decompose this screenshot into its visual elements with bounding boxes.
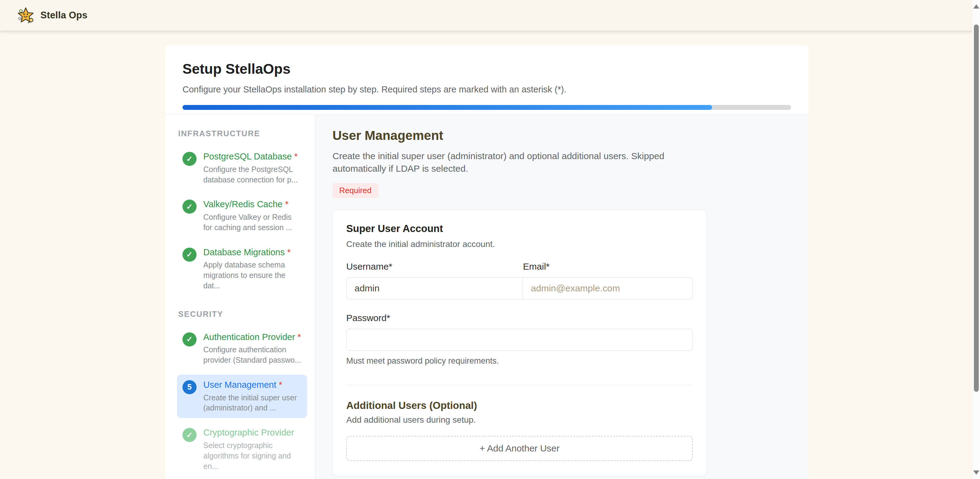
- sidebar-item-cryptographic-provider[interactable]: ✓Cryptographic ProviderSelect cryptograp…: [177, 422, 307, 476]
- setup-steps-sidebar: INFRASTRUCTURE✓PostgreSQL Database*Confi…: [165, 115, 315, 479]
- step-number-badge: 5: [183, 380, 197, 394]
- sidebar-item-authentication-provider[interactable]: ✓Authentication Provider*Configure authe…: [177, 327, 307, 370]
- super-user-subtitle: Create the initial administrator account…: [346, 239, 693, 249]
- sidebar-item-title: Authentication Provider*: [203, 332, 302, 342]
- scrollbar-up-arrow-icon[interactable]: [973, 4, 979, 9]
- step-description: Create the initial super user (administr…: [332, 150, 674, 175]
- sidebar-section-title: INFRASTRUCTURE: [178, 129, 307, 138]
- page-scrollbar[interactable]: [972, 0, 980, 479]
- scrollbar-thumb[interactable]: [974, 24, 979, 392]
- app-name: Stella Ops: [40, 10, 88, 21]
- page-title: Setup StellaOps: [183, 60, 791, 77]
- additional-users-title: Additional Users (Optional): [346, 400, 693, 411]
- scrollbar-down-arrow-icon[interactable]: [973, 470, 979, 475]
- setup-header: Setup StellaOps Configure your StellaOps…: [165, 45, 808, 115]
- step-content: User Management Create the initial super…: [315, 115, 808, 479]
- step-check-icon: ✓: [183, 333, 197, 347]
- sidebar-item-title: Cryptographic Provider: [203, 427, 302, 438]
- sidebar-item-database-migrations[interactable]: ✓Database Migrations*Apply database sche…: [177, 242, 307, 296]
- app-topbar: Stella Ops: [0, 0, 980, 30]
- sidebar-item-title: Database Migrations*: [203, 247, 302, 258]
- sidebar-item-description: Configure the PostgreSQL database connec…: [203, 164, 302, 185]
- sidebar-item-title: Valkey/Redis Cache*: [203, 199, 302, 210]
- sidebar-item-user-management[interactable]: 5User Management*Create the initial supe…: [177, 375, 307, 418]
- stella-ops-logo-icon: [17, 7, 34, 24]
- setup-progress-bar: [183, 105, 791, 110]
- step-check-icon: ✓: [183, 200, 197, 214]
- password-hint: Must meet password policy requirements.: [346, 356, 693, 366]
- sidebar-item-title: PostgreSQL Database*: [203, 151, 302, 162]
- username-label: Username*: [346, 261, 392, 272]
- super-user-panel: Super User Account Create the initial ad…: [332, 210, 706, 476]
- step-check-icon: ✓: [183, 248, 197, 262]
- sidebar-section: INFRASTRUCTURE✓PostgreSQL Database*Confi…: [177, 129, 307, 296]
- step-check-icon: ✓: [183, 152, 197, 166]
- password-field[interactable]: [346, 329, 693, 351]
- required-asterisk: *: [298, 332, 301, 342]
- password-label: Password*: [346, 313, 693, 323]
- sidebar-section: SECURITY✓Authentication Provider*Configu…: [177, 309, 307, 479]
- section-divider: [346, 385, 693, 385]
- required-asterisk: *: [285, 199, 288, 209]
- email-field[interactable]: [523, 277, 693, 299]
- required-badge: Required: [332, 183, 379, 198]
- required-asterisk: *: [279, 380, 282, 390]
- sidebar-item-description: Configure authentication provider (Stand…: [203, 345, 302, 366]
- additional-users-subtitle: Add additional users during setup.: [346, 415, 693, 425]
- username-field[interactable]: [346, 277, 523, 299]
- sidebar-section-title: SECURITY: [178, 309, 307, 319]
- super-user-title: Super User Account: [346, 223, 693, 234]
- sidebar-item-description: Configure Valkey or Redis for caching an…: [203, 212, 302, 233]
- email-label: Email*: [523, 261, 550, 272]
- app-screen: Stella Ops Setup StellaOps Configure you…: [0, 0, 980, 479]
- setup-card: Setup StellaOps Configure your StellaOps…: [165, 45, 808, 479]
- sidebar-item-title: User Management*: [203, 380, 302, 390]
- sidebar-item-description: Select cryptographic algorithms for sign…: [203, 441, 302, 471]
- page-subtitle: Configure your StellaOps installation st…: [183, 84, 791, 95]
- sidebar-item-description: Create the initial super user (administr…: [203, 393, 302, 414]
- step-check-icon: ✓: [183, 428, 197, 442]
- required-asterisk: *: [287, 247, 291, 257]
- sidebar-item-postgresql-database[interactable]: ✓PostgreSQL Database*Configure the Postg…: [177, 146, 307, 190]
- sidebar-item-description: Apply database schema migrations to ensu…: [203, 260, 302, 291]
- step-title: User Management: [332, 128, 808, 143]
- add-another-user-button[interactable]: + Add Another User: [346, 436, 693, 461]
- required-asterisk: *: [294, 151, 298, 161]
- sidebar-item-valkey-redis-cache[interactable]: ✓Valkey/Redis Cache*Configure Valkey or …: [177, 194, 307, 237]
- setup-progress-fill: [183, 105, 712, 110]
